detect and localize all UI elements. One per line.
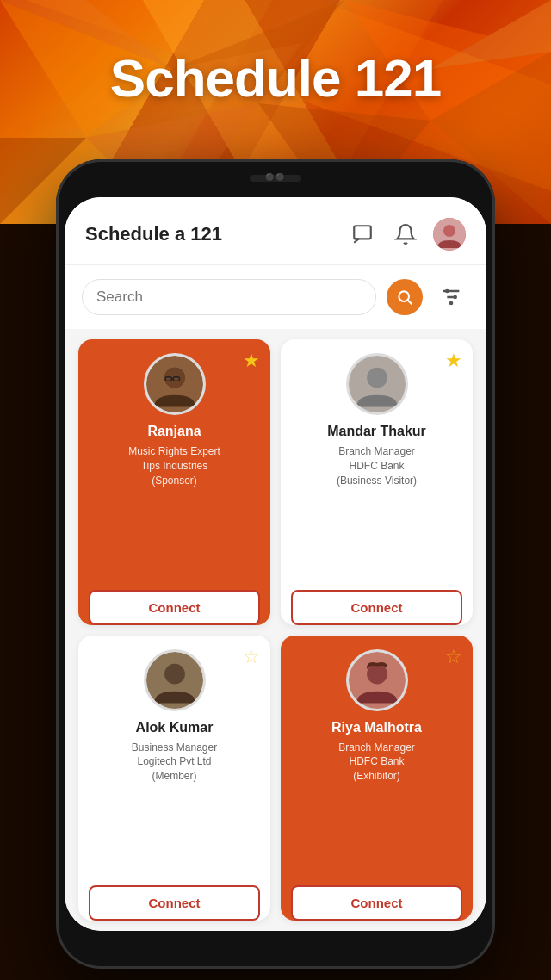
chat-icon <box>351 223 374 245</box>
cards-grid: ★ Ranjana <box>65 329 486 931</box>
star-riya[interactable]: ☆ <box>445 646 462 668</box>
name-mandar: Mandar Thakur <box>327 424 426 439</box>
user-avatar-img <box>433 218 466 251</box>
star-alok[interactable]: ☆ <box>243 646 260 668</box>
name-alok: Alok Kumar <box>136 720 214 735</box>
user-avatar[interactable] <box>433 218 466 251</box>
phone-screen: Schedule a 121 <box>65 197 486 931</box>
svg-point-22 <box>449 301 454 306</box>
role-mandar: Branch Manager HDFC Bank (Business Visit… <box>337 444 417 487</box>
svg-rect-10 <box>354 226 371 239</box>
phone-bezel: Schedule a 121 <box>56 159 495 969</box>
bell-icon <box>394 223 417 245</box>
avatar-riya <box>346 649 408 711</box>
svg-point-15 <box>399 291 409 301</box>
connect-button-riya[interactable]: Connect <box>291 885 462 921</box>
svg-line-16 <box>408 301 412 305</box>
notifications-icon-button[interactable] <box>390 219 421 250</box>
search-icon <box>396 288 413 306</box>
role-alok: Business Manager Logitech Pvt Ltd (Membe… <box>132 741 217 784</box>
avatar-alok <box>144 649 206 711</box>
name-ranjana: Ranjana <box>147 424 201 439</box>
header-icons <box>347 218 466 251</box>
star-mandar[interactable]: ★ <box>445 350 462 372</box>
phone-notch <box>215 170 336 189</box>
svg-point-32 <box>164 663 185 684</box>
chat-icon-button[interactable] <box>347 219 378 250</box>
card-ranjana: ★ Ranjana <box>78 339 270 625</box>
svg-point-14 <box>443 225 455 237</box>
svg-point-25 <box>164 368 185 388</box>
svg-point-34 <box>367 663 387 684</box>
avatar-mandar <box>346 353 408 415</box>
card-riya: ☆ Riya Malhotra Branch Manager H <box>281 636 473 921</box>
connect-button-alok[interactable]: Connect <box>89 885 260 921</box>
star-ranjana[interactable]: ★ <box>243 350 260 372</box>
search-box <box>82 279 376 315</box>
role-ranjana: Music Rights Expert Tips Industries (Spo… <box>128 444 220 487</box>
card-alok: ☆ Alok Kumar Business Manager Logitech P… <box>78 636 270 921</box>
svg-point-21 <box>453 295 457 300</box>
filter-button[interactable] <box>433 279 469 315</box>
svg-point-20 <box>445 289 449 294</box>
page-title: Schedule a 121 <box>85 223 222 245</box>
app-content: Schedule a 121 <box>65 197 486 931</box>
app-title: Schedule 121 <box>0 47 551 109</box>
name-riya: Riya Malhotra <box>331 720 422 735</box>
svg-point-30 <box>367 368 387 388</box>
search-area <box>65 265 486 329</box>
role-riya: Branch Manager HDFC Bank (Exhibitor) <box>338 741 415 784</box>
app-header: Schedule a 121 <box>65 197 486 265</box>
connect-button-mandar[interactable]: Connect <box>291 590 462 625</box>
search-button[interactable] <box>387 279 423 315</box>
search-input[interactable] <box>96 288 362 306</box>
connect-button-ranjana[interactable]: Connect <box>89 590 260 625</box>
filter-icon <box>439 285 463 309</box>
card-mandar: ★ Mandar Thakur Branch Manager HDFC Bank… <box>281 339 473 625</box>
avatar-ranjana <box>144 353 206 415</box>
